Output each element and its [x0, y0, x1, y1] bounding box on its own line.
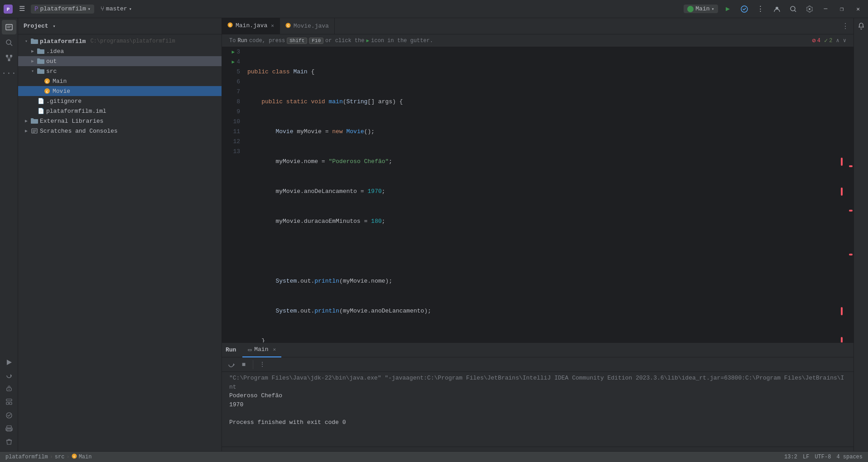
tree-item-external-libs[interactable]: ▶ External Libraries	[18, 116, 222, 126]
console-output-line2: 1970	[229, 400, 846, 409]
stop-button[interactable]: ■	[238, 359, 249, 370]
code-line-5: Movie myMovie = new Movie();	[247, 127, 844, 137]
tab-more-button[interactable]: ⋮	[837, 22, 854, 31]
breadcrumb-src[interactable]: src	[55, 454, 65, 460]
sidebar-header: Project ▾	[18, 18, 222, 34]
line-separator[interactable]: LF	[803, 454, 809, 460]
tree-item-main[interactable]: C Main	[18, 76, 222, 86]
bottom-trash-button[interactable]	[2, 437, 16, 447]
structure-tool-button[interactable]	[2, 51, 16, 65]
tree-label-idea: .idea	[46, 48, 64, 55]
search-everywhere-button[interactable]	[787, 3, 800, 15]
navigate-up-button[interactable]: ∧	[836, 37, 839, 44]
svg-point-7	[6, 40, 11, 44]
hamburger-button[interactable]: ☰	[15, 3, 28, 15]
code-editor[interactable]: ▶ 3 ▶ 4 5 6 7 8 9 10 11 12 13	[222, 47, 854, 342]
notification-button[interactable]	[855, 20, 867, 32]
tree-path-plataformfilm: C:\programas\plataformfilm	[90, 38, 175, 44]
error-badge[interactable]: ⊘ 4	[812, 37, 820, 44]
project-selector[interactable]: P plataformfilm ▾	[31, 5, 94, 14]
hint-text-end: icon in the gutter.	[371, 38, 433, 44]
tab-label-movie: Movie.java	[294, 23, 329, 29]
tree-item-gitignore[interactable]: 📄 .gitignore	[18, 96, 222, 106]
cursor-position[interactable]: 13:2	[784, 454, 797, 460]
run-button[interactable]: ▶	[722, 3, 734, 15]
tab-main-java[interactable]: C Main.java ✕	[222, 18, 280, 34]
profile-button[interactable]	[771, 3, 783, 15]
tree-arrow-scratches: ▶	[24, 128, 29, 134]
run-config-icon	[687, 6, 694, 12]
code-line-7: myMovie.anoDeLancamento = 1970;	[247, 187, 844, 197]
tree-label-out: out	[46, 58, 57, 65]
tab-icon-main: C	[227, 22, 233, 29]
more-actions-button[interactable]: ⋮	[754, 3, 767, 15]
sidebar-project: Project ▾ ▾ plataformfilm C:\programas\p…	[18, 18, 222, 451]
tab-bar: C Main.java ✕ C Movie.java ⋮	[222, 18, 854, 34]
scroll-marker-bar	[848, 47, 854, 342]
indent-setting[interactable]: 4 spaces	[836, 454, 863, 460]
code-line-12: }	[247, 336, 844, 342]
bottom-layout-button[interactable]	[2, 397, 16, 407]
bottom-run-button[interactable]	[2, 357, 16, 367]
branch-icon: ⑂	[101, 5, 104, 13]
svg-rect-46	[6, 399, 12, 401]
hint-shift-key: Shift	[287, 38, 307, 44]
svg-text:C: C	[46, 90, 48, 94]
svg-point-4	[791, 6, 795, 11]
svg-text:P: P	[7, 7, 10, 12]
close-button[interactable]: ✕	[852, 0, 864, 18]
restore-button[interactable]: ❐	[835, 0, 848, 18]
status-badges: ⊘ 4 ✓ 2 ∧ ∨	[812, 37, 846, 44]
svg-rect-6	[6, 24, 12, 30]
tree-item-iml[interactable]: 📄 plataformfilm.iml	[18, 106, 222, 116]
error-marker-12	[841, 337, 843, 342]
tree-item-src[interactable]: ▾ src	[18, 66, 222, 76]
tree-item-plataformfilm[interactable]: ▾ plataformfilm C:\programas\plataformfi…	[18, 36, 222, 46]
code-line-10: System.out.println(myMovie.nome);	[247, 276, 844, 286]
bottom-print-button[interactable]	[2, 423, 16, 433]
line-num-10: 10	[226, 117, 240, 127]
tree-item-movie[interactable]: C Movie	[18, 86, 222, 96]
toolbar-separator	[253, 360, 253, 369]
project-tool-button[interactable]	[2, 20, 16, 34]
breadcrumb: plataformfilm › src › C Main	[5, 453, 92, 461]
app-icon: P	[4, 5, 13, 14]
tree-arrow-external-libs: ▶	[24, 118, 29, 124]
more-button[interactable]: ⋮	[257, 359, 268, 370]
code-line-11: System.out.println(myMovie.anoDeLancamen…	[247, 306, 844, 316]
run-config-selector[interactable]: Main ▾	[684, 5, 718, 13]
branch-selector[interactable]: ⑂ master ▾	[101, 5, 132, 13]
bottom-tab-main[interactable]: ▭ Main ✕	[242, 343, 281, 357]
horizontal-scrollbar[interactable]	[222, 447, 854, 451]
build-button[interactable]	[738, 3, 751, 15]
breadcrumb-project[interactable]: plataformfilm	[5, 454, 48, 460]
warning-badge[interactable]: ✓ 2	[824, 37, 833, 44]
run-gutter-4[interactable]: ▶	[232, 57, 235, 67]
svg-rect-9	[6, 55, 8, 57]
navigate-down-button[interactable]: ∨	[843, 37, 846, 44]
tree-item-idea[interactable]: ▶ .idea	[18, 46, 222, 56]
bottom-tab-main-label: Main	[254, 346, 268, 353]
find-tool-button[interactable]	[2, 35, 16, 50]
encoding[interactable]: UTF-8	[815, 454, 831, 460]
bottom-rerun-button[interactable]	[2, 370, 16, 380]
svg-rect-10	[10, 55, 12, 57]
bottom-coverage-button[interactable]	[2, 410, 16, 420]
settings-button[interactable]	[803, 3, 816, 15]
breadcrumb-main[interactable]: Main	[79, 454, 92, 460]
restart-button[interactable]	[226, 359, 236, 370]
tab-close-main[interactable]: ✕	[271, 23, 274, 29]
code-line-4: public static void main(String[] args) {	[247, 97, 844, 107]
minimize-button[interactable]: ─	[820, 0, 832, 18]
console-exit-line: Process finished with exit code 0	[229, 418, 846, 427]
tree-item-out[interactable]: ▶ out	[18, 56, 222, 66]
branch-name-label: master	[106, 5, 127, 12]
tree-item-scratches[interactable]: ▶ Scratches and Consoles	[18, 126, 222, 136]
sidebar-chevron-icon[interactable]: ▾	[53, 24, 56, 29]
tab-movie-java[interactable]: C Movie.java	[280, 18, 335, 34]
bottom-tab-close[interactable]: ✕	[273, 346, 276, 352]
code-content[interactable]: public class Main { public static void m…	[244, 47, 848, 342]
bottom-debug-button[interactable]	[2, 384, 16, 394]
run-gutter-3[interactable]: ▶	[232, 47, 235, 57]
more-tool-button[interactable]: ···	[2, 66, 16, 81]
